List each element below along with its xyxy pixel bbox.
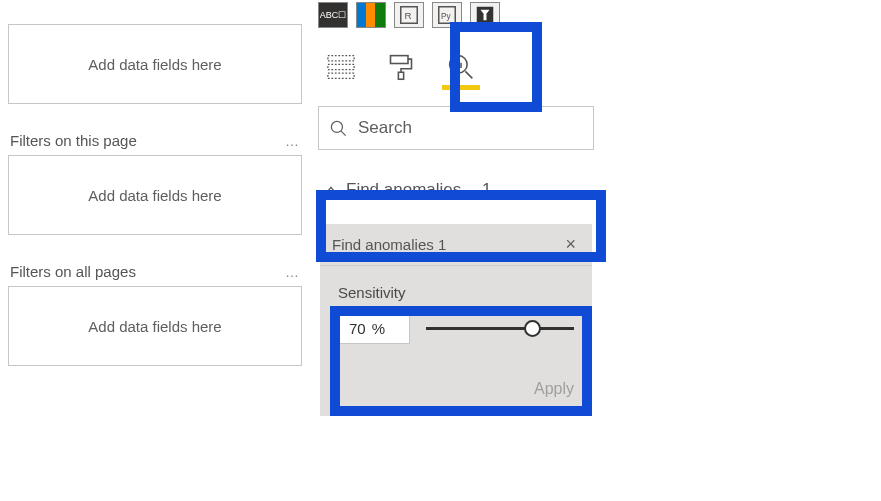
filters-pane: Add data fields here Filters on this pag…: [0, 0, 310, 501]
sensitivity-value: 70: [349, 320, 366, 337]
search-icon: [329, 119, 348, 138]
visualizations-pane: ABC☐ R Py: [310, 0, 602, 501]
svg-line-18: [341, 130, 346, 135]
slider-thumb[interactable]: [524, 320, 541, 337]
fields-icon: [327, 53, 355, 81]
viz-type-r-icon[interactable]: R: [394, 2, 424, 28]
viz-type-treemap-icon[interactable]: [356, 2, 386, 28]
search-placeholder: Search: [358, 118, 412, 138]
filters-all-label: Filters on all pages: [10, 263, 136, 280]
sensitivity-unit: %: [372, 320, 385, 337]
viz-type-key-influencers-icon[interactable]: [470, 2, 500, 28]
filter-all-dropzone[interactable]: Add data fields here: [8, 286, 302, 366]
anomaly-item-header[interactable]: Find anomalies 1 ×: [320, 224, 592, 266]
filters-all-more-icon[interactable]: …: [285, 264, 300, 280]
dropzone-placeholder: Add data fields here: [88, 318, 221, 335]
find-anomalies-section[interactable]: Find anomalies 1: [310, 158, 602, 220]
svg-point-12: [450, 56, 468, 74]
svg-rect-6: [484, 14, 487, 20]
svg-line-13: [465, 71, 472, 78]
filter-page-dropzone[interactable]: Add data fields here: [8, 155, 302, 235]
svg-rect-11: [398, 72, 403, 79]
section-label: Find anomalies: [346, 180, 461, 200]
svg-rect-7: [328, 56, 354, 61]
svg-point-17: [331, 121, 342, 132]
sensitivity-slider[interactable]: [426, 317, 574, 341]
svg-text:R: R: [405, 10, 412, 21]
filters-all-header: Filters on all pages …: [8, 259, 302, 286]
analytics-magnifier-icon: [447, 53, 475, 81]
anomaly-item: Find anomalies 1 × Sensitivity 70 % Appl…: [320, 224, 592, 416]
svg-rect-10: [391, 56, 409, 64]
viz-type-card-icon[interactable]: ABC☐: [318, 2, 348, 28]
svg-text:Py: Py: [441, 12, 452, 21]
tab-format[interactable]: [384, 50, 418, 84]
tab-analytics[interactable]: [444, 50, 478, 84]
filters-page-label: Filters on this page: [10, 132, 137, 149]
filter-visual-dropzone[interactable]: Add data fields here: [8, 24, 302, 104]
active-tab-indicator: [442, 85, 480, 90]
sensitivity-label: Sensitivity: [338, 284, 574, 301]
filters-page-header: Filters on this page …: [8, 128, 302, 155]
viz-gallery: ABC☐ R Py: [310, 0, 602, 32]
sensitivity-group: Sensitivity 70 %: [320, 266, 592, 358]
anomaly-item-title: Find anomalies 1: [332, 236, 446, 253]
slider-track: [426, 327, 574, 330]
apply-button[interactable]: Apply: [534, 380, 574, 397]
chevron-up-icon: [324, 183, 338, 197]
filters-all-section: Filters on all pages … Add data fields h…: [8, 259, 302, 366]
filters-visual-section: Add data fields here: [8, 24, 302, 104]
filters-page-more-icon[interactable]: …: [285, 133, 300, 149]
section-count: 1: [482, 180, 491, 200]
paint-roller-icon: [387, 53, 415, 81]
tab-fields[interactable]: [324, 50, 358, 84]
dropzone-placeholder: Add data fields here: [88, 187, 221, 204]
close-icon[interactable]: ×: [561, 234, 580, 255]
svg-rect-8: [328, 64, 354, 69]
viz-type-py-icon[interactable]: Py: [432, 2, 462, 28]
search-input[interactable]: Search: [318, 106, 594, 150]
sensitivity-value-input[interactable]: 70 %: [338, 313, 410, 344]
pane-tabs: [310, 32, 602, 92]
svg-rect-9: [328, 73, 354, 78]
dropzone-placeholder: Add data fields here: [88, 56, 221, 73]
filters-page-section: Filters on this page … Add data fields h…: [8, 128, 302, 235]
